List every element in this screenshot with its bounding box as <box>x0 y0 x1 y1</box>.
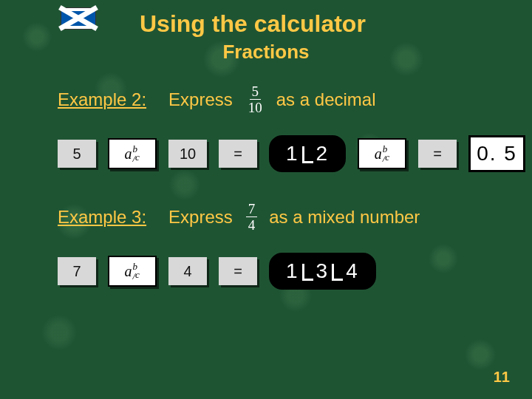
example-2-prompt: Example 2: Express 5 10 as a decimal <box>0 84 532 115</box>
express-word: Express <box>168 207 233 228</box>
key-4: 4 <box>168 257 207 285</box>
scotland-flag-icon <box>61 7 96 30</box>
key-equals: = <box>418 140 457 168</box>
key-equals: = <box>219 257 257 285</box>
key-5: 5 <box>58 140 96 168</box>
example-2-sequence: 5 a b/ bc 10 = 1 2 a b/ bc = 0. 5 <box>0 135 532 172</box>
key-abc-fraction: a b/ bc <box>108 138 157 169</box>
fraction-5-10: 5 10 <box>246 84 265 115</box>
fraction-separator-icon <box>302 264 313 281</box>
example-2-label: Example 2: <box>58 89 146 110</box>
key-abc-fraction: a b/ bc <box>108 256 157 287</box>
fraction-separator-icon <box>332 264 343 281</box>
key-10: 10 <box>168 140 207 168</box>
express-word: Express <box>168 89 233 110</box>
fraction-7-4: 7 4 <box>246 202 258 232</box>
page-title: Using the calculator <box>140 10 366 38</box>
key-equals: = <box>219 140 257 168</box>
result-0-5: 0. 5 <box>468 135 525 172</box>
page-subtitle: Fractions <box>0 41 532 64</box>
example-3-prompt: Example 3: Express 7 4 as a mixed number <box>0 202 532 232</box>
as-a-decimal: as a decimal <box>276 89 376 110</box>
example-3-label: Example 3: <box>58 207 146 228</box>
key-7: 7 <box>58 257 96 285</box>
fraction-separator-icon <box>302 146 313 163</box>
example-3-sequence: 7 a b/ bc 4 = 1 3 4 <box>0 253 532 290</box>
calculator-display-1-3-4: 1 3 4 <box>269 253 376 290</box>
calculator-display-1-2: 1 2 <box>269 135 346 172</box>
as-a-mixed-number: as a mixed number <box>269 207 420 228</box>
key-abc-fraction: a b/ bc <box>358 138 406 169</box>
page-number: 11 <box>494 369 510 386</box>
